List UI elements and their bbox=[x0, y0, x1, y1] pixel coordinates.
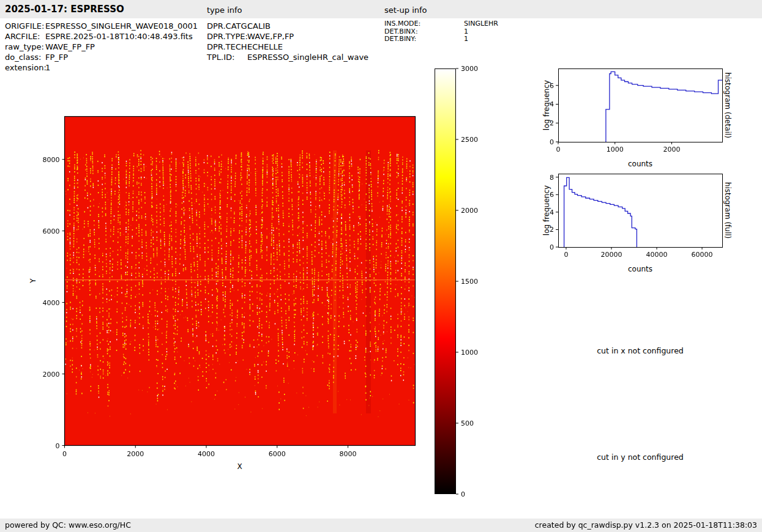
y-tick-label: 4000 bbox=[43, 299, 60, 307]
setup-info-block: INS.MODE:SINGLEHRDET.BINX:1DET.BINY:1 bbox=[384, 20, 498, 43]
main-xlabel: X bbox=[64, 462, 415, 471]
meta-label: TPL.ID: bbox=[207, 52, 247, 62]
meta-row: DET.BINY:1 bbox=[384, 35, 498, 43]
setup-info-header: set-up info bbox=[384, 6, 427, 15]
x-tick-label: 2000 bbox=[127, 450, 144, 458]
y-tick-label: 0 bbox=[56, 442, 60, 450]
meta-row: DPR.CATG:CALIB bbox=[207, 21, 368, 31]
histogram_full-frame bbox=[559, 174, 723, 248]
x-tick-label: 1000 bbox=[607, 146, 624, 153]
colorbar bbox=[435, 68, 456, 494]
x-tick-label: 2000 bbox=[663, 146, 680, 153]
hist-full-xlabel: counts bbox=[558, 265, 722, 273]
header-bar: 2025-01-17: ESPRESSO type info set-up in… bbox=[0, 0, 762, 18]
meta-row: ARCFILE:ESPRE.2025-01-18T10:40:48.493.fi… bbox=[5, 31, 198, 42]
hist-detail-side-label: histogram (detail) bbox=[723, 72, 732, 138]
y-tick-label: 6000 bbox=[43, 227, 60, 235]
colorbar-tick-label: 1500 bbox=[461, 278, 478, 286]
x-tick-label: 20000 bbox=[600, 251, 622, 259]
raw-image-heatmap bbox=[65, 117, 415, 445]
meta-label: DPR.TYPE: bbox=[207, 31, 247, 42]
meta-label: extension: bbox=[5, 62, 45, 73]
meta-value: ECHELLE bbox=[247, 42, 283, 51]
y-tick-label: 0 bbox=[550, 243, 554, 251]
meta-row: DPR.TECH:ECHELLE bbox=[207, 42, 368, 52]
meta-row: INS.MODE:SINGLEHR bbox=[384, 20, 498, 28]
x-tick-label: 40000 bbox=[646, 251, 668, 259]
main-ylabel: Y bbox=[29, 278, 37, 283]
meta-row: DPR.TYPE:WAVE,FP,FP bbox=[207, 31, 368, 42]
meta-label: raw_type: bbox=[5, 42, 45, 52]
meta-label: ARCFILE: bbox=[5, 31, 45, 42]
y-tick-label: 8 bbox=[550, 174, 554, 182]
meta-value: SINGLEHR bbox=[464, 20, 498, 28]
hist-full-ylabel: log frequency bbox=[542, 185, 551, 235]
meta-row: TPL.ID:ESPRESSO_singleHR_cal_wave bbox=[207, 52, 368, 62]
cut-y-note: cut in y not configured bbox=[558, 453, 722, 462]
meta-value: ESPRESSO_singleHR_cal_wave bbox=[247, 53, 368, 62]
colorbar-tick-label: 2000 bbox=[461, 207, 478, 215]
y-tick-label: 8000 bbox=[43, 156, 60, 164]
meta-label: ORIGFILE: bbox=[5, 21, 45, 31]
type-info-header: type info bbox=[207, 6, 242, 15]
colorbar-tick-label: 1000 bbox=[461, 349, 478, 357]
x-tick-label: 8000 bbox=[340, 450, 357, 458]
meta-label: DPR.CATG: bbox=[207, 21, 247, 31]
meta-value: ESPRE.2025-01-18T10:40:48.493.fits bbox=[45, 32, 193, 41]
histogram_detail-line bbox=[606, 72, 722, 142]
colorbar-tick-label: 2500 bbox=[461, 136, 478, 144]
x-tick-label: 0 bbox=[62, 450, 67, 458]
x-tick-label: 4000 bbox=[198, 450, 215, 458]
meta-label: DPR.TECH: bbox=[207, 42, 247, 52]
meta-row: ORIGFILE:ESPRESSO_SINGLEHR_WAVE018_0001 bbox=[5, 21, 198, 31]
x-tick-label: 0 bbox=[556, 146, 561, 153]
y-tick-label: 0 bbox=[550, 138, 554, 146]
meta-label: DET.BINY: bbox=[384, 35, 464, 43]
footer-left-text: powered by QC: www.eso.org/HC bbox=[5, 520, 131, 530]
histogram_detail-frame bbox=[559, 69, 723, 142]
page-title: 2025-01-17: ESPRESSO bbox=[5, 4, 124, 15]
meta-value: 1 bbox=[464, 28, 468, 35]
cut-x-note: cut in x not configured bbox=[558, 346, 722, 355]
type-info-block: DPR.CATG:CALIBDPR.TYPE:WAVE,FP,FPDPR.TEC… bbox=[207, 21, 368, 62]
meta-value: 1 bbox=[45, 63, 50, 72]
hist-full-side-label: histogram (full) bbox=[723, 182, 732, 239]
meta-value: FP_FP bbox=[45, 53, 68, 62]
meta-value: WAVE_FP_FP bbox=[45, 42, 95, 51]
colorbar-tick-label: 0 bbox=[461, 490, 465, 498]
colorbar-tick-label: 3000 bbox=[461, 65, 478, 73]
meta-label: do_class: bbox=[5, 52, 45, 62]
x-tick-label: 0 bbox=[564, 251, 568, 259]
meta-value: CALIB bbox=[247, 21, 271, 31]
meta-row: do_class:FP_FP bbox=[5, 52, 198, 62]
hist-detail-xlabel: counts bbox=[558, 160, 722, 168]
x-tick-label: 60000 bbox=[692, 251, 713, 259]
meta-value: 1 bbox=[464, 35, 468, 43]
y-tick-label: 2000 bbox=[43, 371, 60, 379]
meta-label: INS.MODE: bbox=[384, 20, 464, 28]
histogram_full-line bbox=[564, 177, 637, 247]
file-info-block: ORIGFILE:ESPRESSO_SINGLEHR_WAVE018_0001A… bbox=[5, 21, 198, 73]
footer-bar: powered by QC: www.eso.org/HC created by… bbox=[0, 519, 762, 532]
x-tick-label: 6000 bbox=[269, 450, 286, 458]
meta-value: ESPRESSO_SINGLEHR_WAVE018_0001 bbox=[45, 21, 198, 31]
colorbar-tick-label: 500 bbox=[461, 419, 474, 427]
footer-right-text: created by qc_rawdisp.py v1.2.3 on 2025-… bbox=[535, 520, 757, 530]
meta-row: extension:1 bbox=[5, 62, 198, 73]
meta-row: raw_type:WAVE_FP_FP bbox=[5, 42, 198, 52]
meta-value: WAVE,FP,FP bbox=[247, 32, 294, 41]
qc-report-page: 2025-01-17: ESPRESSO type info set-up in… bbox=[0, 0, 762, 532]
hist-detail-ylabel: log frequency bbox=[542, 80, 551, 130]
